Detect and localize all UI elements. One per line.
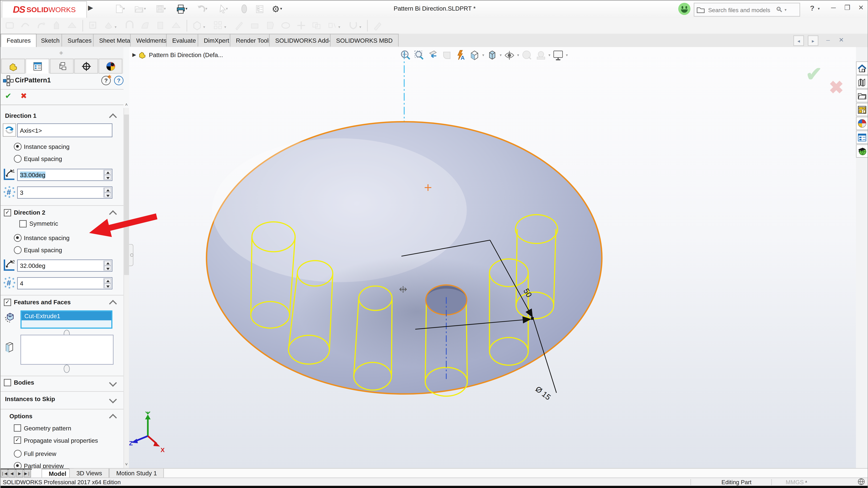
d1-instances-field[interactable]: 3 [17, 187, 113, 199]
panel-scrollbar[interactable]: ˄ ˅ [123, 108, 129, 468]
bodies-checkbox[interactable] [4, 379, 11, 386]
menu-flyout-arrow-icon[interactable]: ▶ [88, 4, 93, 12]
help-caret[interactable]: ▾ [818, 7, 820, 11]
options-collapse-icon[interactable] [109, 414, 117, 422]
bodies-expand-icon[interactable] [109, 379, 117, 387]
minimize-button[interactable]: ─ [831, 4, 836, 12]
help-button[interactable]: ? [810, 4, 814, 12]
close-button[interactable]: ✕ [858, 4, 864, 12]
solidworks-logo[interactable]: DS SOLIDWORKS [2, 1, 87, 18]
previous-view-icon[interactable] [427, 49, 439, 61]
print-caret[interactable]: ▾ [185, 7, 187, 11]
confirmation-cancel-icon[interactable]: ✖ [829, 77, 844, 98]
restore-button[interactable]: ❐ [844, 4, 850, 12]
direction2-collapse-icon[interactable] [109, 210, 117, 218]
cm-dock-left-icon[interactable]: ◂ [793, 35, 804, 46]
search-magnifier-icon[interactable]: 🔍︎ [776, 5, 783, 14]
features-faces-checkbox[interactable]: ✓ [4, 299, 11, 306]
instances-to-skip-expand-icon[interactable] [109, 395, 117, 403]
tab-evaluate[interactable]: Evaluate [166, 34, 202, 46]
direction2-checkbox[interactable]: ✓ [4, 209, 11, 216]
features-faces-collapse-icon[interactable] [109, 300, 117, 307]
axis-selection-field[interactable]: Axis<1> [17, 123, 113, 137]
features-list[interactable]: Cut-Extrude1 [21, 311, 112, 329]
search-box[interactable]: 🔍︎ ▾ [694, 3, 800, 17]
d2-instances-field[interactable]: 4 [17, 277, 113, 289]
propagate-visual-checkbox[interactable]: ✓ [14, 436, 21, 444]
scroll-down-icon[interactable]: ˅ [125, 462, 128, 467]
partial-preview-radio[interactable] [14, 462, 22, 468]
breadcrumb[interactable]: ▶ Pattern Bi Direction (Defa... [132, 51, 223, 59]
user-avatar-icon[interactable] [678, 3, 690, 15]
tab-surfaces[interactable]: Surfaces [61, 34, 98, 46]
tab-model[interactable]: Model [41, 468, 73, 478]
display-style-icon[interactable] [486, 49, 498, 61]
ok-button[interactable]: ✔ [5, 91, 11, 100]
d2-angle-spinner[interactable] [103, 261, 111, 270]
annotation-view-icon[interactable]: A [455, 49, 467, 61]
d1-instances-spinner[interactable] [103, 188, 111, 197]
print-icon[interactable] [175, 3, 186, 14]
scroll-up-icon[interactable]: ˄ [125, 102, 128, 107]
direction1-collapse-icon[interactable] [109, 113, 117, 121]
tab-solidworks-mbd[interactable]: SOLIDWORKS MBD [330, 34, 399, 46]
cm-dock-right-icon[interactable]: ▸ [808, 35, 818, 46]
units-label[interactable]: MMGS [786, 479, 804, 485]
solidworks-resources-icon[interactable] [856, 144, 868, 158]
file-explorer-icon[interactable] [856, 89, 868, 102]
d1-equal-spacing-radio[interactable] [14, 155, 22, 163]
display-style-caret[interactable]: ▾ [500, 53, 501, 58]
full-preview-radio[interactable] [14, 450, 22, 458]
breadcrumb-label[interactable]: Pattern Bi Direction (Defa... [149, 52, 223, 58]
search-caret[interactable]: ▾ [784, 7, 786, 12]
next-tab-button[interactable]: ▶ [16, 469, 23, 478]
d2-equal-spacing-radio[interactable] [14, 246, 22, 254]
geometry-pattern-checkbox[interactable] [14, 424, 21, 431]
hide-show-caret[interactable]: ▾ [517, 53, 519, 58]
faces-list[interactable] [21, 335, 114, 365]
diameter-dimension-label[interactable]: Ø 15 [534, 385, 552, 401]
search-input[interactable] [707, 6, 776, 13]
cm-close-icon[interactable]: ✕ [837, 35, 846, 45]
d2-instances-spinner[interactable] [103, 278, 111, 288]
scrollbar-thumb[interactable] [124, 115, 129, 275]
tab-motion-study[interactable]: Motion Study 1 [109, 468, 164, 478]
zoom-fit-icon[interactable] [399, 49, 411, 61]
features-list-empty-row[interactable] [22, 320, 111, 328]
tab-sketch[interactable]: Sketch [35, 34, 66, 46]
cm-minimize-icon[interactable]: ─ [824, 35, 833, 45]
confirmation-ok-icon[interactable]: ✔ [806, 62, 823, 86]
cancel-button[interactable]: ✖ [21, 91, 27, 100]
faces-list-resize-handle[interactable] [64, 365, 70, 373]
view-palette-icon[interactable] [856, 103, 868, 116]
appearances-scenes-icon[interactable] [856, 117, 868, 130]
tab-dimxpertmanager[interactable] [74, 59, 98, 73]
tab-displaymanager[interactable] [99, 59, 122, 73]
hide-show-items-icon[interactable] [503, 49, 516, 61]
units-caret-icon[interactable]: ▲ [804, 480, 808, 483]
zoom-area-icon[interactable] [413, 49, 425, 61]
d1-angle-field[interactable]: 33.00deg [17, 169, 113, 181]
d1-instance-spacing-radio[interactable] [14, 143, 22, 151]
panel-grip[interactable]: ◈ [1, 47, 123, 59]
d2-angle-field[interactable]: 32.00deg [17, 260, 113, 272]
first-tab-button[interactable]: ❘◀ [1, 469, 8, 478]
dimension-handle[interactable] [531, 317, 534, 320]
tab-features[interactable]: Features [1, 34, 37, 47]
web-help-globe-icon[interactable] [858, 478, 865, 486]
custom-properties-icon[interactable] [856, 131, 868, 144]
features-list-item-selected[interactable]: Cut-Extrude1 [22, 312, 111, 320]
panel-splitter-handle[interactable] [129, 244, 133, 266]
last-tab-button[interactable]: ▶❘ [24, 469, 31, 478]
d1-angle-spinner[interactable] [103, 170, 111, 180]
view-settings-caret[interactable]: ▾ [566, 53, 568, 58]
help-icon[interactable]: ? [114, 76, 123, 85]
breadcrumb-arrow-icon[interactable]: ▶ [132, 52, 136, 58]
tab-featuremanager-tree[interactable] [1, 59, 25, 73]
d2-instance-spacing-radio[interactable] [14, 234, 22, 242]
tab-dimxpert[interactable]: DimXpert [198, 34, 235, 46]
prev-tab-button[interactable]: ◀ [8, 469, 16, 478]
tab-3d-views[interactable]: 3D Views [69, 468, 109, 478]
symmetric-checkbox[interactable] [20, 220, 27, 227]
graphics-area[interactable]: 50 Ø 15 Z X ▶ Pattern Bi Direction (Defa… [129, 47, 856, 468]
